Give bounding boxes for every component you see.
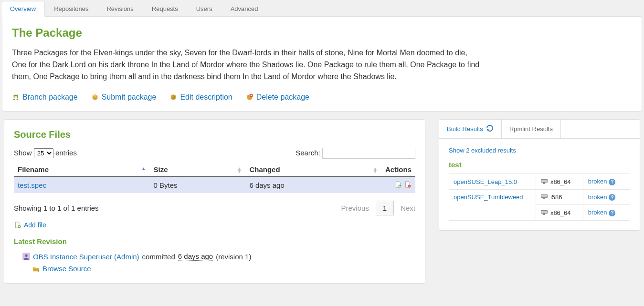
build-icon [541,209,548,216]
result-row: openSUSE_Tumbleweed i586 broken? [449,189,630,205]
sort-asc-icon: ▲ [141,167,146,170]
edit-label: Edit description [180,93,232,102]
tab-repositories[interactable]: Repositories [45,1,97,16]
add-file-label: Add file [24,221,46,229]
status-link[interactable]: broken [588,209,607,216]
branch-package-link[interactable]: Branch package [12,93,78,102]
tab-revisions[interactable]: Revisions [97,1,142,16]
status-link[interactable]: broken [588,178,607,185]
sort-icon: ▲▼ [237,167,242,173]
page-size-select[interactable]: 25 [34,148,53,158]
svg-rect-14 [541,195,547,197]
show-excluded-link[interactable]: Show 2 excluded results [449,147,516,154]
delete-label: Delete package [256,93,309,102]
package-description: Three Packages for the Elven-kings under… [12,47,480,82]
submit-label: Submit package [102,93,157,102]
delete-icon [246,93,253,101]
search-control: Search: [296,148,415,159]
svg-rect-3 [251,95,253,96]
revision-block: OBS Instance Superuser (Admin) committed… [14,252,415,274]
svg-point-0 [13,99,15,101]
col-filename[interactable]: Filename▲ [14,163,150,177]
tab-requests[interactable]: Requests [143,1,187,16]
actions-cell [381,177,415,194]
repo-link[interactable]: openSUSE_Leap_15.0 [454,178,517,185]
pager: Previous 1 Next [341,201,415,215]
browse-source-label: Browse Source [42,265,91,273]
arch-cell: i586 [541,194,562,201]
package-icon [91,93,99,101]
entries-control: Show 25 entries [14,148,77,158]
svg-rect-15 [543,198,545,199]
table-row[interactable]: test.spec 0 Bytes 6 days ago [14,177,415,194]
edit-icon [169,93,177,101]
col-size[interactable]: Size▲▼ [150,163,246,177]
source-files-table: Filename▲ Size▲▼ Changed▲▼ Actions test.… [14,163,415,193]
svg-rect-17 [541,211,547,213]
search-label: Search: [296,149,320,157]
repo-link[interactable]: openSUSE_Tumbleweed [454,194,523,201]
svg-rect-11 [541,180,547,182]
svg-rect-12 [543,183,545,184]
source-files-title: Source Files [14,129,415,140]
status-link[interactable]: broken [588,194,607,201]
table-footer: Showing 1 to 1 of 1 entries Previous 1 N… [14,201,415,215]
page-number[interactable]: 1 [376,201,394,215]
submit-package-link[interactable]: Submit package [91,93,157,102]
show-label-pre: Show [14,149,32,157]
download-file-icon[interactable] [394,181,402,188]
package-title: The Package [12,26,632,40]
arch-label: i586 [550,194,562,201]
result-row: openSUSE_Leap_15.0 x86_64 broken? [449,174,630,190]
delete-file-icon[interactable] [404,181,412,188]
committed-label: committed [142,253,175,261]
prev-page[interactable]: Previous [341,204,369,212]
next-page[interactable]: Next [401,204,415,212]
folder-icon [32,265,40,273]
tab-rpmlint-results[interactable]: Rpmlint Results [502,120,561,138]
size-cell: 0 Bytes [150,177,246,194]
svg-rect-18 [543,214,545,215]
revision-user-link[interactable]: OBS Instance Superuser (Admin) [33,253,139,261]
tab-build-results[interactable]: Build Results [439,120,502,138]
search-input[interactable] [322,148,415,159]
browse-source-link[interactable]: Browse Source [32,265,91,273]
user-avatar-icon [22,253,30,260]
add-file-link[interactable]: Add file [14,221,46,229]
help-icon[interactable]: ? [609,179,615,185]
main-tabs: Overview Repositories Revisions Requests… [0,0,644,16]
col-changed[interactable]: Changed▲▼ [245,163,381,177]
filename-cell[interactable]: test.spec [14,177,150,194]
svg-point-9 [25,255,27,257]
sort-icon: ▲▼ [373,167,378,173]
tab-advanced[interactable]: Advanced [222,1,267,16]
build-results-label: Build Results [447,125,483,133]
build-icon [541,194,548,201]
arch-label: x86_64 [550,178,571,185]
build-results-panel: Build Results Rpmlint Results Show 2 exc… [439,119,640,231]
revision-suffix: (revision 1) [216,253,251,261]
add-file-icon [14,221,21,229]
latest-revision-title: Latest Revision [14,237,415,245]
package-actions: Branch package Submit package Edit descr… [12,93,632,102]
showing-text: Showing 1 to 1 of 1 entries [14,204,99,212]
branch-icon [12,93,20,101]
refresh-icon[interactable] [486,124,494,133]
tab-overview[interactable]: Overview [1,1,45,17]
show-label-post: entries [55,149,77,157]
arch-cell: x86_64 [541,209,571,216]
edit-description-link[interactable]: Edit description [169,93,232,102]
branch-label: Branch package [22,93,78,102]
delete-package-link[interactable]: Delete package [246,93,309,102]
source-files-panel: Source Files Show 25 entries Search: [4,119,425,284]
overview-panel: The Package Three Packages for the Elven… [2,16,642,112]
help-icon[interactable]: ? [609,210,615,216]
svg-rect-6 [409,186,411,186]
col-actions: Actions [381,163,415,177]
table-controls: Show 25 entries Search: [14,148,415,159]
help-icon[interactable]: ? [609,194,615,201]
result-project-title: test [449,161,630,169]
build-results-table: openSUSE_Leap_15.0 x86_64 broken? openSU… [449,173,630,221]
tab-users[interactable]: Users [187,1,222,16]
arch-cell: x86_64 [541,178,571,185]
